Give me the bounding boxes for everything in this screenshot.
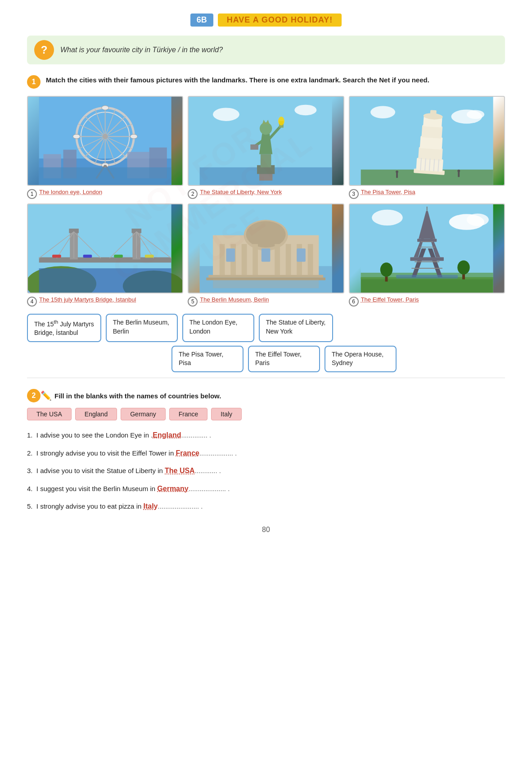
word-box-6: The Eiffel Tower,Paris [248,346,320,372]
activity2-number: 2 [27,389,41,402]
country-tag-usa: The USA [27,408,72,420]
svg-point-102 [372,210,403,226]
word-box-3: The London Eye,London [182,314,254,342]
blank-answer-2: France [176,449,199,457]
svg-rect-92 [286,244,291,277]
image-label-3: 3 The Pisa Tower, Pisa [349,189,415,199]
svg-rect-28 [261,154,271,167]
svg-point-104 [467,214,489,226]
svg-point-86 [246,221,286,248]
image-label-6: 6 The Eiffel Tower, Paris [349,296,419,307]
image-cell-6: 6 The Eiffel Tower, Paris [349,203,505,307]
blank-answer-4: Germany [157,485,188,492]
svg-point-34 [278,117,284,126]
blank-item-2: 2. I strongly advise you to visit the Ei… [27,447,505,459]
pencil-icon: ✏️ [41,390,52,401]
word-boxes-row1: The 15th July MartyrsBridge, İstanbul Th… [27,314,505,342]
word-box-5: The Pisa Tower,Pisa [171,346,243,372]
country-tag-england: England [75,408,117,420]
image-cell-5: 5 The Berlin Museum, Berlin [188,203,344,307]
question-row: ? What is your favourite city in Türkiye… [27,36,505,64]
svg-point-122 [457,260,469,274]
blank-item-1: 1. I advise you to see the London Eye in… [27,429,505,441]
svg-rect-89 [242,244,247,277]
svg-rect-81 [145,255,154,258]
svg-rect-95 [209,275,324,278]
activity2-header: 2 ✏️ Fill in the blanks with the names o… [27,389,505,402]
svg-rect-112 [417,239,437,242]
svg-rect-78 [52,255,61,258]
landmark-image-6 [349,203,505,293]
svg-point-12 [103,134,108,139]
svg-rect-123 [396,275,458,279]
image-label-2: 2 The Statue of Liberty, New York [188,189,282,199]
svg-point-120 [380,262,392,276]
word-box-2: The Berlin Museum,Berlin [106,314,178,342]
image-label-5: 5 The Berlin Museum, Berlin [188,296,269,307]
header: 6B HAVE A GOOD HOLIDAY! [27,14,505,27]
svg-rect-23 [39,167,171,185]
svg-point-56 [467,110,484,119]
svg-rect-48 [430,110,437,117]
image-grid: 1 The london eye, London [27,96,505,307]
country-tag-italy: Italy [211,408,242,420]
blank-answer-5: Italy [143,502,158,510]
image-cell-2: 2 The Statue of Liberty, New York [188,96,344,199]
label-text-6: The Eiffel Tower, Paris [361,296,419,304]
svg-rect-98 [261,248,271,262]
blank-item-4: 4. I suggest you visit the Berlin Museum… [27,483,505,495]
svg-rect-79 [83,255,92,258]
svg-point-38 [295,105,317,116]
svg-point-14 [131,134,138,139]
svg-rect-97 [226,248,235,262]
svg-point-37 [213,108,239,121]
svg-point-13 [102,106,109,110]
blank-item-5: 5. I strongly advise you to eat pizza in… [27,501,505,512]
svg-rect-94 [308,244,313,277]
image-cell-3: 3 The Pisa Tower, Pisa [349,96,505,199]
svg-rect-99 [297,248,306,262]
svg-rect-57 [396,173,398,178]
svg-rect-90 [253,244,258,277]
country-tag-germany: Germany [121,408,166,420]
page: 6B HAVE A GOOD HOLIDAY! ? What is your f… [0,0,532,758]
landmark-image-4 [27,203,183,293]
svg-rect-87 [220,244,225,277]
unit-badge: 6B [190,14,213,27]
label-text-5: The Berlin Museum, Berlin [200,296,269,304]
svg-point-54 [370,106,395,118]
activity1-number: 1 [27,75,41,89]
svg-rect-36 [251,144,259,150]
activity1-header: 1 Match the cities with their famous pic… [27,75,505,89]
page-number: 80 [27,526,505,534]
question-text: What is your favourite city in Türkiye /… [60,46,223,54]
label-text-2: The Statue of Liberty, New York [200,189,282,196]
svg-rect-100 [213,280,319,289]
label-text-4: The 15th july Martyrs Bridge, Istanbul [39,296,136,304]
blank-answer-1: England [153,431,181,439]
country-tag-france: France [169,408,208,420]
svg-rect-109 [410,257,443,261]
image-label-4: 4 The 15th july Martyrs Bridge, Istanbul [27,296,136,307]
svg-rect-64 [39,268,171,293]
svg-rect-65 [39,257,171,263]
svg-rect-105 [361,277,493,293]
landmark-image-3 [349,96,505,186]
page-title: HAVE A GOOD HOLIDAY! [218,14,342,27]
image-cell-4: 4 The 15th july Martyrs Bridge, Istanbul [27,203,183,307]
word-box-1: The 15th July MartyrsBridge, İstanbul [27,314,101,342]
word-boxes-row2: The Pisa Tower,Pisa The Eiffel Tower,Par… [63,346,505,372]
word-box-7: The Opera House,Sydney [325,346,397,372]
label-text-1: The london eye, London [39,189,102,196]
blanks-list: 1. I advise you to see the London Eye in… [27,429,505,512]
image-cell-1: 1 The london eye, London [27,96,183,199]
image-label-1: 1 The london eye, London [27,189,102,199]
activity1-instruction: Match the cities with their famous pictu… [46,75,429,86]
label-text-3: The Pisa Tower, Pisa [361,189,415,196]
svg-rect-59 [458,172,460,177]
svg-point-16 [73,134,80,139]
svg-point-30 [260,122,272,135]
svg-rect-80 [114,255,123,258]
landmark-image-1 [27,96,183,186]
activity2-instruction: Fill in the blanks with the names of cou… [54,392,221,400]
